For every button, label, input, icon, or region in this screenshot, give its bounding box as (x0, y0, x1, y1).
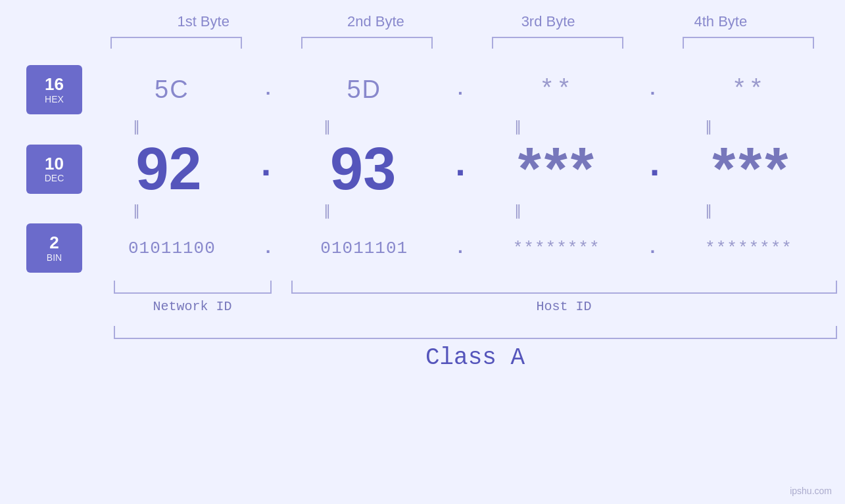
hex-badge-label: HEX (45, 94, 64, 104)
dec-sep-3: . (639, 148, 671, 191)
bin-byte-2: 01011101 (299, 239, 430, 258)
host-id-bracket (291, 281, 837, 294)
dec-badge-number: 10 (45, 154, 64, 173)
hex-byte-2: 5D (299, 76, 430, 104)
bin-badge: 2 BIN (26, 223, 82, 273)
hex-byte-1: 5C (106, 76, 237, 104)
byte-header-1: 1st Byte (131, 13, 276, 30)
equals-row-2: ∥ ∥ ∥ ∥ (61, 202, 785, 219)
hex-values: 5C . 5D . ** . ** (95, 76, 845, 104)
dec-values: 92 . 93 . *** . *** (95, 139, 845, 198)
equals-row-1: ∥ ∥ ∥ ∥ (61, 118, 785, 135)
class-bracket (114, 326, 837, 339)
dec-byte-3: *** (492, 139, 623, 198)
bin-sep-1: . (259, 238, 277, 258)
bin-badge-label: BIN (47, 252, 62, 263)
id-labels: Network ID Host ID (114, 299, 837, 314)
dec-row: 10 DEC 92 . 93 . *** . *** (0, 139, 845, 198)
class-label: Class A (114, 344, 837, 371)
network-id-label: Network ID (114, 299, 272, 314)
bin-sep-2: . (452, 238, 470, 258)
watermark: ipshu.com (790, 486, 832, 496)
byte-header-2: 2nd Byte (303, 13, 448, 30)
byte-header-3: 3rd Byte (476, 13, 621, 30)
byte-header-4: 4th Byte (648, 13, 793, 30)
hex-row: 16 HEX 5C . 5D . ** . ** (0, 65, 845, 114)
hex-sep-3: . (644, 80, 662, 100)
bin-byte-3: ******** (491, 239, 622, 258)
dec-badge: 10 DEC (26, 145, 82, 194)
dec-byte-4: *** (686, 139, 817, 198)
bracket-byte-1 (110, 37, 242, 49)
hex-byte-3: ** (491, 76, 622, 104)
bin-values: 01011100 . 01011101 . ******** . *******… (95, 238, 845, 258)
main-container: 1st Byte 2nd Byte 3rd Byte 4th Byte 16 H… (0, 0, 845, 504)
byte-headers-row: 1st Byte 2nd Byte 3rd Byte 4th Byte (101, 13, 824, 30)
host-id-label: Host ID (291, 299, 837, 314)
bin-byte-4: ******** (683, 239, 815, 258)
network-id-bracket (114, 281, 272, 294)
bin-sep-3: . (644, 238, 662, 258)
bracket-byte-3 (492, 37, 623, 49)
bin-row: 2 BIN 01011100 . 01011101 . ******** . (0, 223, 845, 273)
hex-byte-4: ** (683, 76, 815, 104)
dec-sep-1: . (250, 148, 282, 191)
hex-sep-2: . (452, 80, 470, 100)
dec-byte-2: 93 (297, 139, 429, 198)
bracket-byte-2 (301, 37, 433, 49)
hex-sep-1: . (259, 80, 277, 100)
bin-byte-1: 01011100 (106, 239, 237, 258)
bin-badge-number: 2 (49, 233, 59, 252)
bottom-brackets-area (114, 281, 837, 294)
hex-badge: 16 HEX (26, 65, 82, 114)
hex-badge-number: 16 (45, 75, 64, 94)
bracket-byte-4 (683, 37, 814, 49)
dec-byte-1: 92 (103, 139, 235, 198)
dec-badge-label: DEC (45, 173, 64, 183)
dec-sep-2: . (444, 148, 476, 191)
